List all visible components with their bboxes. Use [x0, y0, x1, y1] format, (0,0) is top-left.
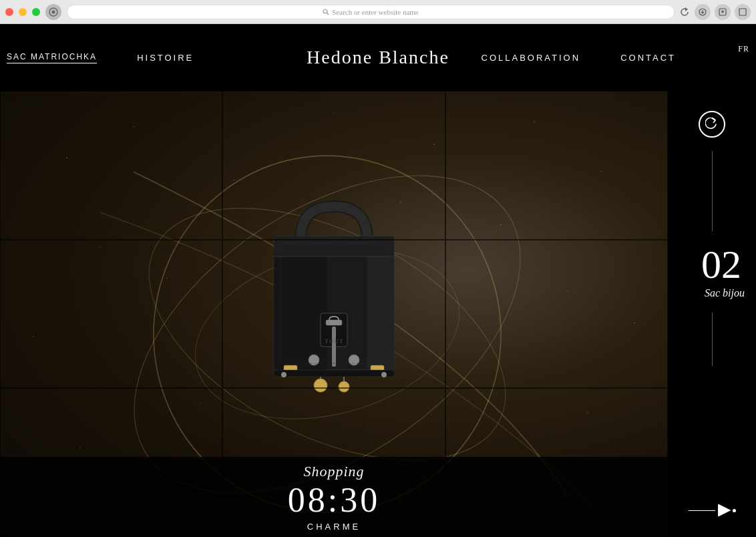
share-icon[interactable] [715, 4, 731, 20]
site-title: Hedone Blanche [307, 47, 449, 67]
svg-point-33 [281, 372, 287, 377]
svg-point-22 [349, 355, 359, 365]
svg-rect-9 [739, 9, 746, 15]
nav-link-histoire[interactable]: HISTOIRE [137, 53, 194, 63]
nav-lang[interactable]: FR [738, 44, 749, 54]
play-button-icon [718, 504, 731, 517]
back-icon [705, 118, 719, 131]
svg-line-3 [327, 13, 329, 15]
nav-left: SAC MATRIOCHKA HISTOIRE [0, 52, 194, 63]
close-button[interactable] [5, 8, 13, 16]
right-sidebar: 02 Sac bijou [668, 91, 756, 537]
nav-center: Hedone Blanche [307, 47, 449, 68]
address-text: Search or enter website name [332, 8, 419, 16]
svg-point-2 [323, 9, 327, 13]
reader-icon [45, 4, 61, 20]
browser-chrome: Search or enter website name [0, 0, 756, 24]
svg-marker-4 [685, 7, 688, 11]
play-line [689, 510, 715, 511]
svg-point-1 [52, 10, 55, 13]
browser-actions [695, 4, 751, 20]
sidebar-sac-bijou: Sac bijou [668, 287, 748, 299]
title-hedone: Hedone [307, 47, 373, 67]
navbar: SAC MATRIOCHKA HISTOIRE Hedone Blanche C… [0, 24, 756, 91]
charme-label: CHARME [307, 522, 361, 532]
main-content: T O U T [0, 91, 756, 537]
svg-rect-17 [274, 236, 394, 256]
svg-text:T O U T: T O U T [325, 339, 343, 345]
title-blanche: Blanche [379, 47, 449, 67]
nav-link-collaboration[interactable]: COLLABORATION [482, 53, 581, 63]
svg-rect-32 [274, 370, 394, 377]
nav-right: COLLABORATION CONTACT [482, 53, 756, 63]
nav-brand-sac[interactable]: SAC MATRIOCHKA [7, 52, 97, 63]
svg-point-34 [381, 372, 387, 377]
site-wrapper: SAC MATRIOCHKA HISTOIRE Hedone Blanche C… [0, 24, 756, 537]
shopping-label: Shopping [303, 463, 364, 480]
play-control[interactable] [689, 504, 736, 517]
maximize-button[interactable] [32, 8, 40, 16]
tabs-icon[interactable] [735, 4, 751, 20]
minimize-button[interactable] [19, 8, 27, 16]
svg-point-21 [309, 355, 319, 365]
image-grid: T O U T [0, 91, 668, 537]
sidebar-divider-top [712, 151, 713, 231]
time-display: 08:30 [288, 483, 380, 518]
address-bar[interactable]: Search or enter website name [67, 5, 675, 19]
refresh-icon[interactable] [680, 7, 689, 17]
play-dot [733, 509, 736, 512]
svg-rect-23 [332, 327, 336, 367]
nav-link-contact[interactable]: CONTACT [620, 53, 676, 63]
download-icon[interactable] [695, 4, 711, 20]
svg-point-28 [339, 381, 349, 392]
search-icon [323, 9, 329, 15]
sidebar-number: 02 [668, 244, 748, 285]
bottom-overlay: Shopping 08:30 CHARME [0, 457, 668, 537]
bag-image: T O U T [227, 160, 441, 440]
back-button[interactable] [699, 111, 725, 138]
sidebar-divider-bottom [712, 313, 713, 366]
svg-point-26 [314, 379, 327, 392]
